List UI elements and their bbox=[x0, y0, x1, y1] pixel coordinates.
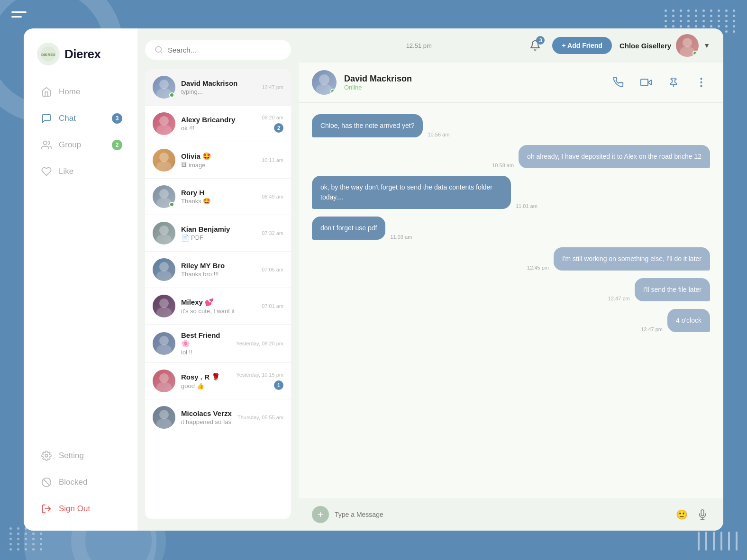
sidebar-item-group[interactable]: Group 2 bbox=[31, 133, 130, 157]
chat-preview: ok !!! bbox=[181, 125, 256, 132]
message-time: 12.47 pm bbox=[641, 326, 663, 332]
user-online-dot bbox=[692, 51, 698, 56]
message-input[interactable] bbox=[335, 511, 668, 518]
message-row: I'm still working on something else, I'l… bbox=[312, 247, 710, 271]
chat-preview: 📄 PDF bbox=[181, 234, 256, 242]
chat-preview: Thanks bro !!! bbox=[181, 271, 256, 278]
svg-point-20 bbox=[156, 271, 172, 281]
sidebar-item-blocked[interactable]: Blocked bbox=[31, 470, 130, 495]
svg-point-32 bbox=[316, 84, 333, 95]
chat-item[interactable]: Rosy . R 🌹 good 👍 Yesterday, 10:15 pm 1 bbox=[145, 363, 291, 399]
svg-point-9 bbox=[159, 80, 169, 89]
svg-point-17 bbox=[159, 226, 169, 235]
sidebar-item-label: Chat bbox=[59, 114, 76, 123]
chat-item[interactable]: Alexy Bricandry ok !!! 08:20 am 2 bbox=[145, 106, 291, 142]
chat-item[interactable]: Rory H Thanks 🤩 08:49 am bbox=[145, 179, 291, 215]
chat-preview: 🖼 image bbox=[181, 162, 256, 169]
chat-time: 08:20 am bbox=[262, 115, 283, 120]
chat-item[interactable]: Best Friend 🌸 lol !! Yesterday, 08:20 pm bbox=[145, 325, 291, 363]
message-row: 4 o'clock 12.47 pm bbox=[312, 309, 710, 332]
sidebar-item-chat[interactable]: Chat 3 bbox=[31, 106, 130, 131]
chat-name: Rosy . R 🌹 bbox=[181, 373, 230, 381]
svg-point-28 bbox=[156, 418, 172, 429]
avatar bbox=[153, 295, 175, 317]
chat-name: Best Friend 🌸 bbox=[181, 331, 230, 348]
logo-icon: DIEREX bbox=[37, 43, 60, 65]
notification-badge: 3 bbox=[536, 36, 545, 45]
sidebar-item-label: Like bbox=[59, 167, 73, 176]
search-input[interactable] bbox=[168, 46, 282, 54]
svg-line-8 bbox=[160, 51, 162, 53]
avatar-wrap bbox=[153, 295, 175, 317]
sidebar-item-signout[interactable]: Sign Out bbox=[31, 497, 130, 521]
input-area: + 🙂 bbox=[299, 498, 723, 531]
chat-time: 12:47 pm bbox=[262, 84, 283, 90]
chat-meta: 07:05 am bbox=[262, 267, 283, 272]
chat-meta: 08:49 am bbox=[262, 194, 283, 199]
chat-time: 07:01 am bbox=[262, 303, 283, 309]
svg-point-12 bbox=[156, 125, 172, 135]
chat-meta: Thursday, 05:55 am bbox=[237, 415, 283, 420]
avatar bbox=[153, 222, 175, 244]
svg-point-15 bbox=[159, 189, 169, 199]
video-call-button[interactable] bbox=[637, 73, 655, 91]
chat-name: David Mackrison bbox=[181, 79, 256, 87]
chat-item[interactable]: Micolacs Verzx it happened so fast... Th… bbox=[145, 399, 291, 435]
sidebar-item-like[interactable]: Like bbox=[31, 159, 130, 184]
sidebar-item-setting[interactable]: Setting bbox=[31, 443, 130, 468]
chat-name: Olivia 🤩 bbox=[181, 152, 256, 161]
svg-point-21 bbox=[159, 298, 169, 308]
setting-icon bbox=[41, 450, 52, 461]
user-profile: Chloe Gisellery ▼ bbox=[619, 34, 710, 57]
chat-header-actions: ⋮ bbox=[610, 73, 710, 91]
add-friend-button[interactable]: + Add Friend bbox=[552, 37, 611, 54]
chat-item[interactable]: David Mackrison typing... 12:47 pm bbox=[145, 69, 291, 106]
avatar bbox=[153, 332, 175, 355]
chat-info: Kian Benjamiy 📄 PDF bbox=[181, 225, 256, 242]
chat-list-panel: David Mackrison typing... 12:47 pm Alexy… bbox=[137, 28, 299, 531]
message-row: don't forget use pdf 11.03 am bbox=[312, 217, 710, 240]
sidebar-item-label: Sign Out bbox=[59, 504, 90, 514]
avatar-wrap bbox=[153, 406, 175, 429]
chat-time: Yesterday, 08:20 pm bbox=[236, 341, 283, 346]
phone-call-button[interactable] bbox=[610, 73, 628, 91]
chat-time: 07:32 am bbox=[262, 230, 283, 236]
emoji-button[interactable]: 🙂 bbox=[674, 507, 689, 522]
message-time: 12.45 pm bbox=[527, 265, 549, 271]
chat-item[interactable]: Kian Benjamiy 📄 PDF 07:32 am bbox=[145, 215, 291, 252]
signout-icon bbox=[41, 503, 52, 515]
svg-point-19 bbox=[159, 262, 169, 271]
svg-point-22 bbox=[156, 307, 172, 317]
chat-name: Riley MY Bro bbox=[181, 262, 256, 270]
avatar bbox=[153, 370, 175, 392]
chat-preview: Thanks 🤩 bbox=[181, 198, 256, 205]
more-options-button[interactable]: ⋮ bbox=[692, 73, 710, 91]
svg-point-2 bbox=[44, 141, 47, 145]
message-row: I'll send the file later 12.47 pm bbox=[312, 278, 710, 301]
svg-point-29 bbox=[683, 38, 692, 47]
chat-preview: good 👍 bbox=[181, 382, 230, 389]
chevron-down-icon[interactable]: ▼ bbox=[703, 42, 710, 49]
chat-preview: it happened so fast... bbox=[181, 418, 232, 425]
chat-item[interactable]: Milexy 💕 it's so cute, I want it 07:01 a… bbox=[145, 288, 291, 325]
sidebar-item-home[interactable]: Home bbox=[31, 80, 130, 104]
current-time: 12.51 pm bbox=[312, 42, 526, 49]
message-bubble: 4 o'clock bbox=[667, 309, 710, 332]
chat-info: Olivia 🤩 🖼 image bbox=[181, 152, 256, 169]
chat-name: Alexy Bricandry bbox=[181, 116, 256, 124]
chat-item[interactable]: Riley MY Bro Thanks bro !!! 07:05 am bbox=[145, 252, 291, 288]
svg-marker-33 bbox=[648, 80, 651, 85]
chat-preview: typing... bbox=[181, 88, 256, 95]
chat-meta: 12:47 pm bbox=[262, 84, 283, 90]
mic-button[interactable] bbox=[695, 507, 710, 522]
hamburger-menu[interactable] bbox=[11, 11, 27, 18]
svg-point-11 bbox=[159, 116, 169, 126]
svg-point-18 bbox=[156, 234, 172, 244]
online-indicator bbox=[169, 92, 174, 98]
chat-item[interactable]: Olivia 🤩 🖼 image 10:11 am bbox=[145, 142, 291, 179]
pin-button[interactable] bbox=[665, 73, 683, 91]
avatar bbox=[153, 112, 175, 135]
attach-button[interactable]: + bbox=[312, 506, 329, 523]
search-box[interactable] bbox=[145, 40, 291, 60]
notification-button[interactable]: 3 bbox=[526, 36, 545, 55]
